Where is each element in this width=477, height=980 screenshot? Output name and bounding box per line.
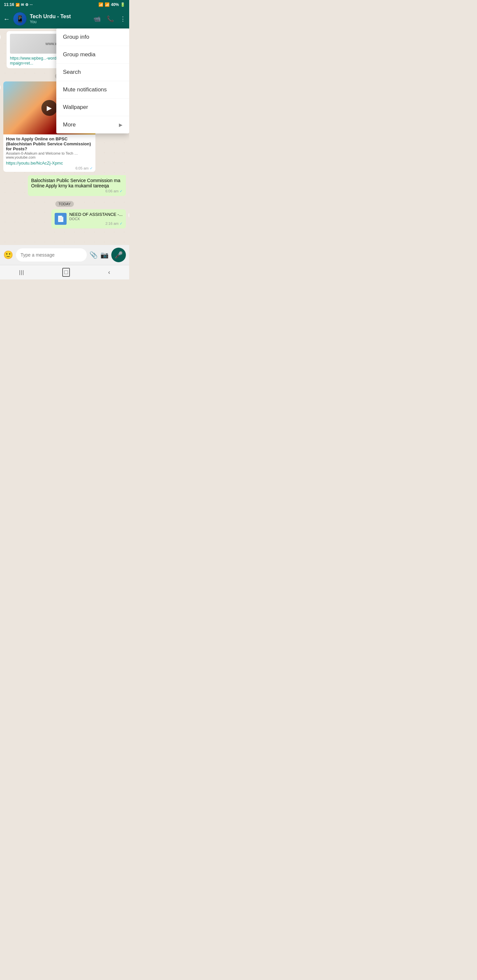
nav-home-button[interactable]: □ bbox=[62, 268, 70, 277]
video-url: www.youtube.com bbox=[6, 155, 93, 159]
call-icon[interactable]: 📞 bbox=[107, 15, 114, 22]
chat-header: ← 📱 Tech Urdu - Test You 📹 📞 ⋮ bbox=[0, 9, 129, 29]
video-title: How to Apply Online on BPSC (Balochistan… bbox=[6, 137, 93, 151]
doc-filename: NEED OF ASSISTANCE -... bbox=[69, 212, 123, 217]
forward-button[interactable]: ↷ bbox=[0, 32, 1, 42]
status-icons: 📶 📶 40% 🔋 bbox=[98, 2, 125, 7]
menu-item-wallpaper[interactable]: Wallpaper bbox=[56, 99, 129, 116]
more-options-icon[interactable]: ⋮ bbox=[120, 15, 126, 22]
menu-item-label: Search bbox=[63, 69, 81, 75]
avatar-image: 📱 bbox=[13, 12, 27, 25]
forward-button[interactable]: ↷ bbox=[129, 210, 129, 220]
forward-button[interactable]: ↷ bbox=[0, 83, 1, 92]
message-text: Balochistan Public Service Commission ma… bbox=[31, 178, 120, 188]
time-text: 6:05 am bbox=[75, 166, 89, 170]
avatar[interactable]: 📱 bbox=[13, 12, 27, 25]
video-desc: Assalam-0-Alaikum and Welcome to Tech … bbox=[6, 151, 93, 155]
message-time: 6:06 am ✓ bbox=[31, 189, 123, 193]
menu-item-label: Group info bbox=[63, 34, 89, 40]
sim-icon: 📶 bbox=[16, 3, 19, 6]
mail-icon: ✉ bbox=[21, 3, 24, 7]
header-info[interactable]: Tech Urdu - Test You bbox=[30, 14, 90, 24]
doc-info: NEED OF ASSISTANCE -... DOCX 2:16 am ✓ bbox=[69, 212, 123, 226]
nav-bar: ||| □ ‹ bbox=[0, 265, 129, 280]
menu-item-search[interactable]: Search bbox=[56, 64, 129, 81]
status-time: 11:16 📶 ✉ ⚙ ··· bbox=[4, 2, 33, 7]
chevron-right-icon: ▶ bbox=[119, 122, 123, 127]
camera-button[interactable]: 📷 bbox=[101, 251, 108, 259]
nav-recent-button[interactable]: ||| bbox=[19, 269, 24, 275]
battery-display: 40% bbox=[111, 2, 119, 7]
tick-icon: ✓ bbox=[90, 166, 93, 170]
menu-item-more[interactable]: More ▶ bbox=[56, 116, 129, 134]
menu-item-label: Mute notifications bbox=[63, 86, 107, 93]
header-subtitle: You bbox=[30, 19, 90, 24]
emoji-button[interactable]: 🙂 bbox=[3, 250, 13, 259]
wifi-icon: 📶 bbox=[98, 2, 103, 7]
play-button[interactable]: ▶ bbox=[41, 100, 57, 116]
date-label: TODAY bbox=[55, 201, 74, 207]
media-info: How to Apply Online on BPSC (Balochistan… bbox=[3, 134, 96, 172]
message-row: Balochistan Public Service Commission ma… bbox=[3, 175, 126, 198]
time-text: 2:16 am bbox=[105, 221, 119, 226]
mic-button[interactable]: 🎤 bbox=[111, 248, 126, 262]
video-call-icon[interactable]: 📹 bbox=[93, 15, 101, 22]
attach-button[interactable]: 📎 bbox=[89, 251, 98, 259]
menu-item-mute[interactable]: Mute notifications bbox=[56, 81, 129, 99]
time-display: 11:16 bbox=[4, 2, 14, 7]
doc-filetype: DOCX bbox=[69, 217, 123, 221]
document-bubble[interactable]: 📄 NEED OF ASSISTANCE -... DOCX 2:16 am ✓ bbox=[51, 209, 126, 228]
menu-item-label: Wallpaper bbox=[63, 104, 88, 111]
message-time: 6:05 am ✓ bbox=[6, 166, 93, 170]
dropdown-menu: Group info Group media Search Mute notif… bbox=[56, 29, 129, 134]
group-name: Tech Urdu - Test bbox=[30, 14, 90, 19]
time-text: 6:06 am bbox=[105, 189, 119, 193]
mic-icon: 🎤 bbox=[115, 251, 123, 259]
doc-icon: 📄 bbox=[55, 213, 67, 225]
menu-item-label: Group media bbox=[63, 51, 96, 58]
tick-icon: ✓ bbox=[120, 189, 123, 193]
message-bubble: Balochistan Public Service Commission ma… bbox=[28, 175, 126, 196]
signal-icon: 📶 bbox=[105, 2, 110, 7]
input-bar: 🙂 📎 📷 🎤 bbox=[0, 245, 129, 265]
menu-item-group-media[interactable]: Group media bbox=[56, 46, 129, 64]
date-separator: TODAY bbox=[3, 200, 126, 207]
header-action-icons: 📹 📞 ⋮ bbox=[93, 15, 126, 22]
back-button[interactable]: ← bbox=[3, 15, 10, 23]
battery-icon: 🔋 bbox=[120, 2, 125, 7]
settings-icon: ⚙ bbox=[25, 3, 29, 7]
avatar-icon: 📱 bbox=[16, 15, 24, 23]
menu-item-label: More bbox=[63, 121, 76, 128]
tick-icon: ✓ bbox=[120, 221, 123, 226]
message-row: ↷ 📄 NEED OF ASSISTANCE -... DOCX 2:16 am… bbox=[3, 209, 126, 228]
status-bar: 11:16 📶 ✉ ⚙ ··· 📶 📶 40% 🔋 bbox=[0, 0, 129, 9]
message-input[interactable] bbox=[16, 248, 87, 262]
menu-item-group-info[interactable]: Group info bbox=[56, 29, 129, 46]
nav-back-button[interactable]: ‹ bbox=[108, 269, 110, 276]
video-link[interactable]: https://youtu.be/NcAcZj-Xpmc bbox=[6, 161, 93, 165]
more-dots-icon: ··· bbox=[30, 3, 33, 6]
message-time: 2:16 am ✓ bbox=[69, 221, 123, 226]
